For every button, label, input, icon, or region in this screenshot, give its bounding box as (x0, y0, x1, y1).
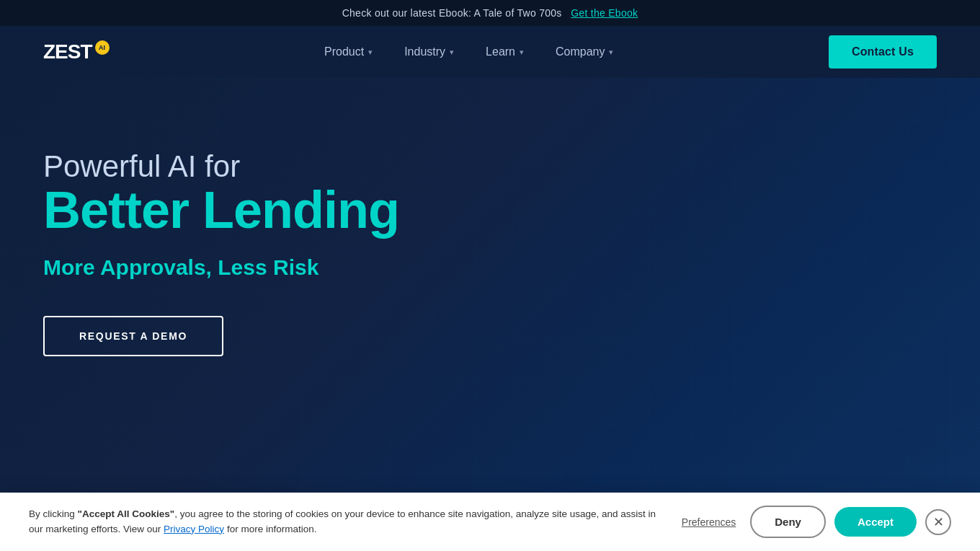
cookie-actions: Preferences Deny Accept ✕ (676, 506, 951, 538)
announcement-bar: Check out our latest Ebook: A Tale of Tw… (0, 0, 980, 26)
accept-button[interactable]: Accept (834, 507, 917, 537)
nav-item-learn[interactable]: Learn ▾ (473, 40, 537, 64)
hero-title: Better Lending (43, 183, 399, 238)
hero-subtitle: Powerful AI for (43, 150, 399, 183)
chevron-down-icon: ▾ (368, 48, 373, 57)
ebook-link[interactable]: Get the Ebook (571, 7, 638, 19)
cookie-body2: for more information. (224, 524, 316, 534)
nav-links: Product ▾ Industry ▾ Learn ▾ Company ▾ (311, 40, 626, 64)
hero-tagline: More Approvals, Less Risk (43, 255, 399, 280)
logo-ai-badge: AI (95, 40, 110, 55)
hero-section: Powerful AI for Better Lending More Appr… (0, 78, 980, 525)
nav-label-company: Company (556, 45, 605, 58)
nav-item-product[interactable]: Product ▾ (311, 40, 386, 64)
navbar: ZEST AI Product ▾ Industry ▾ Learn ▾ Com… (0, 26, 980, 78)
announcement-text: Check out our latest Ebook: A Tale of Tw… (342, 7, 562, 19)
nav-item-company[interactable]: Company ▾ (543, 40, 626, 64)
cookie-accept-all-text: "Accept All Cookies" (78, 508, 175, 519)
nav-label-industry: Industry (404, 45, 445, 58)
request-demo-button[interactable]: REQUEST A DEMO (43, 316, 223, 356)
chevron-down-icon: ▾ (450, 48, 454, 57)
privacy-policy-link[interactable]: Privacy Policy (164, 524, 224, 534)
hero-content: Powerful AI for Better Lending More Appr… (43, 150, 399, 356)
logo-text: ZEST (43, 40, 92, 63)
cookie-text: By clicking "Accept All Cookies", you ag… (29, 507, 662, 537)
chevron-down-icon: ▾ (520, 48, 524, 57)
nav-item-industry[interactable]: Industry ▾ (391, 40, 467, 64)
cookie-banner: By clicking "Accept All Cookies", you ag… (0, 493, 980, 551)
nav-label-product: Product (324, 45, 364, 58)
preferences-button[interactable]: Preferences (676, 516, 741, 528)
cookie-intro: By clicking (29, 508, 78, 519)
close-cookie-button[interactable]: ✕ (925, 509, 951, 535)
deny-button[interactable]: Deny (750, 506, 826, 538)
contact-us-button[interactable]: Contact Us (829, 35, 937, 69)
close-icon: ✕ (933, 514, 944, 530)
chevron-down-icon: ▾ (609, 48, 613, 57)
nav-label-learn: Learn (486, 45, 515, 58)
logo[interactable]: ZEST AI (43, 40, 110, 63)
